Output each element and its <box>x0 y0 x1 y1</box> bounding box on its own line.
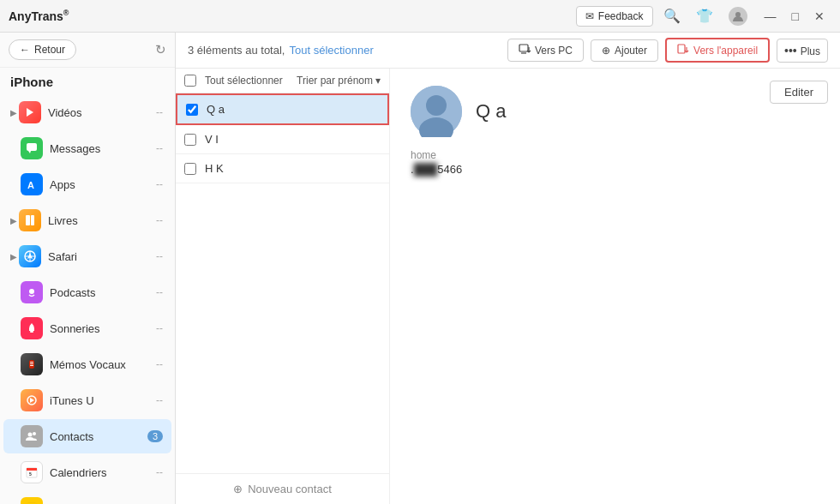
contact-checkbox-0[interactable] <box>186 104 198 116</box>
podcasts-badge: -- <box>156 286 163 298</box>
svg-text:5: 5 <box>29 471 32 477</box>
svg-rect-2 <box>27 143 37 151</box>
titlebar-left: AnyTrans® <box>9 9 69 23</box>
notes-icon <box>21 497 43 504</box>
contacts-icon <box>21 425 43 447</box>
maximize-button[interactable]: □ <box>785 6 806 27</box>
itunes-label: iTunes U <box>50 394 156 407</box>
select-all-link[interactable]: Tout sélectionner <box>289 44 373 57</box>
sidebar-item-safari[interactable]: ▶ Safari -- <box>3 239 171 273</box>
safari-label: Safari <box>48 250 156 263</box>
sidebar-item-sonneries[interactable]: Sonneries -- <box>3 311 171 345</box>
livres-badge: -- <box>156 214 163 226</box>
sort-button[interactable]: Trier par prénom ▾ <box>297 75 381 87</box>
phone-suffix: 5466 <box>437 163 462 176</box>
list-select-all-label: Tout sélectionner <box>205 75 288 87</box>
new-contact-button[interactable]: ⊕ Nouveau contact <box>176 473 389 504</box>
svg-text:A: A <box>27 180 34 190</box>
contact-name-1: V I <box>205 133 219 146</box>
safari-arrow-icon: ▶ <box>10 252 17 261</box>
contact-item-0[interactable]: Q a <box>176 93 389 125</box>
contact-item-1[interactable]: V I <box>176 125 389 154</box>
calendriers-icon: 5 <box>21 461 43 483</box>
sidebar-item-videos[interactable]: ▶ Vidéos -- <box>3 95 171 129</box>
sidebar-item-itunes[interactable]: iTunes U -- <box>3 383 171 417</box>
sidebar-item-contacts[interactable]: Contacts 3 <box>3 419 171 453</box>
to-device-label: Vers l'appareil <box>693 45 758 57</box>
sidebar-item-apps[interactable]: A Apps -- <box>3 167 171 201</box>
sidebar-item-podcasts[interactable]: Podcasts -- <box>3 275 171 309</box>
to-pc-label: Vers PC <box>535 45 573 57</box>
back-button[interactable]: ← Retour <box>9 39 76 60</box>
search-icon-button[interactable]: 🔍 <box>658 4 686 27</box>
contacts-badge: 3 <box>147 430 163 442</box>
memos-label: Mémos Vocaux <box>50 358 156 371</box>
svg-rect-15 <box>30 365 33 366</box>
contacts-label: Contacts <box>50 430 147 443</box>
videos-label: Vidéos <box>48 106 156 119</box>
back-label: Retour <box>34 44 65 56</box>
content-toolbar: 3 éléments au total, Tout sélectionner V… <box>176 33 840 69</box>
livres-arrow-icon: ▶ <box>10 216 17 225</box>
avatar-svg <box>411 86 462 137</box>
shirt-icon-button[interactable]: 👕 <box>691 4 718 27</box>
contact-name-2: H K <box>205 162 224 175</box>
profile-icon-button[interactable] <box>723 3 753 29</box>
close-button[interactable]: ✕ <box>807 6 831 27</box>
more-button[interactable]: ••• Plus <box>777 39 828 63</box>
sidebar: ← Retour ↻ iPhone ▶ Vidéos -- Messages -… <box>0 33 176 504</box>
detail-pane: Editer Q a home <box>390 69 840 504</box>
apps-icon: A <box>21 173 43 195</box>
more-icon: ••• <box>784 44 797 57</box>
itunes-badge: -- <box>156 394 163 406</box>
sidebar-item-memos[interactable]: Mémos Vocaux -- <box>3 347 171 381</box>
contact-phone-row: home .███5466 <box>411 149 819 176</box>
sidebar-header: ← Retour ↻ <box>0 33 175 68</box>
sidebar-item-livres[interactable]: ▶ Livres -- <box>3 203 171 237</box>
calendriers-badge: -- <box>156 466 163 478</box>
sidebar-item-messages[interactable]: Messages -- <box>3 131 171 165</box>
list-detail: Tout sélectionner Trier par prénom ▾ Q a… <box>176 69 840 504</box>
minimize-button[interactable]: — <box>758 6 783 27</box>
to-device-icon <box>677 44 689 57</box>
to-pc-button[interactable]: Vers PC <box>507 39 584 62</box>
app-trademark: ® <box>63 9 69 17</box>
sort-chevron-icon: ▾ <box>375 75 381 87</box>
to-device-button[interactable]: Vers l'appareil <box>665 38 770 63</box>
apps-badge: -- <box>156 178 163 190</box>
toolbar-right: Vers PC ⊕ Ajouter Vers l'appareil ••• Pl… <box>507 38 828 63</box>
svg-point-10 <box>29 289 34 294</box>
sidebar-item-calendriers[interactable]: 5 Calendriers -- <box>3 455 171 489</box>
contact-item-2[interactable]: H K <box>176 154 389 183</box>
apps-label: Apps <box>50 178 156 191</box>
feedback-button[interactable]: ✉ Feedback <box>576 6 653 27</box>
contact-checkbox-2[interactable] <box>184 163 196 175</box>
svg-point-37 <box>426 95 447 116</box>
sidebar-item-notes[interactable]: Notes -- <box>3 491 171 504</box>
edit-button[interactable]: Editer <box>770 81 828 104</box>
svg-rect-4 <box>26 215 30 225</box>
list-header-checkbox[interactable] <box>184 75 196 87</box>
expand-arrow-icon: ▶ <box>10 108 17 117</box>
contact-header: Q a <box>411 86 819 137</box>
svg-rect-21 <box>27 468 37 471</box>
refresh-button[interactable]: ↻ <box>155 42 166 57</box>
svg-rect-32 <box>678 45 685 53</box>
contact-name-0: Q a <box>207 103 225 116</box>
add-icon: ⊕ <box>602 45 610 57</box>
sort-label-text: Trier par prénom <box>297 75 373 87</box>
contact-checkbox-1[interactable] <box>184 134 196 146</box>
to-pc-icon <box>519 44 531 57</box>
messages-label: Messages <box>50 142 156 155</box>
app-title: AnyTrans® <box>9 9 69 23</box>
window-controls: — □ ✕ <box>758 6 831 27</box>
memos-icon <box>21 353 43 375</box>
mail-icon: ✉ <box>585 10 594 22</box>
memos-badge: -- <box>156 358 163 370</box>
videos-icon <box>19 101 41 123</box>
add-button[interactable]: ⊕ Ajouter <box>591 39 658 62</box>
videos-badge: -- <box>156 106 163 118</box>
podcasts-icon <box>21 281 43 303</box>
add-label: Ajouter <box>615 45 647 57</box>
contact-full-name: Q a <box>476 100 506 123</box>
